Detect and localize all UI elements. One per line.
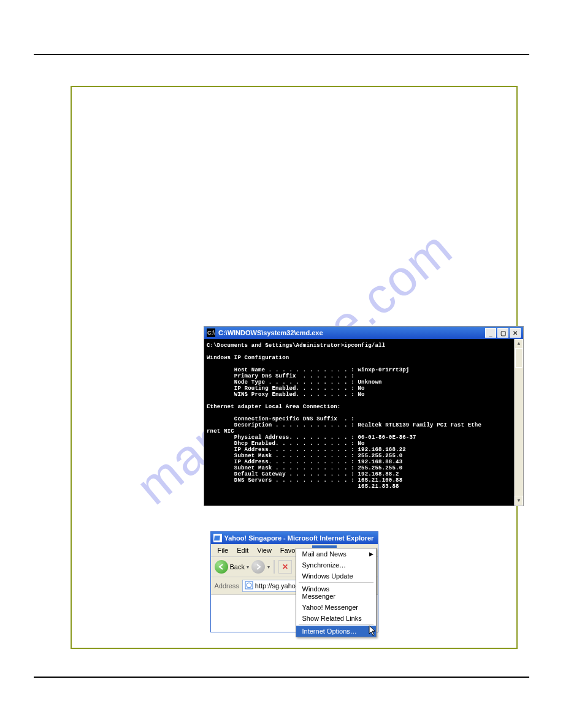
back-dropdown-icon[interactable]: ▾ — [247, 564, 249, 570]
document-page: manualslive.com C:\ C:\WINDOWS\system32\… — [0, 0, 563, 728]
maximize-button[interactable]: ▢ — [497, 328, 508, 338]
minimize-button[interactable]: _ — [485, 328, 496, 338]
forward-dropdown-icon[interactable]: ▾ — [267, 564, 270, 570]
cmd-window: C:\ C:\WINDOWS\system32\cmd.exe _ ▢ ✕ C:… — [204, 326, 524, 506]
forward-button[interactable] — [251, 560, 265, 574]
close-button[interactable]: ✕ — [510, 328, 521, 338]
menu-item-label: Internet Options… — [302, 628, 357, 635]
stop-button[interactable]: ✕ — [278, 560, 292, 574]
ie-app-icon — [213, 534, 222, 542]
tools-dropdown-menu: Mail and News ▶ Synchronize… Windows Upd… — [296, 548, 377, 637]
menu-item-synchronize[interactable]: Synchronize… — [296, 559, 376, 571]
ie-window: Yahoo! Singapore - Microsoft Internet Ex… — [210, 531, 378, 632]
cmd-output: C:\Documents and Settings\Administrator>… — [207, 343, 481, 490]
back-icon — [215, 560, 228, 574]
address-label: Address — [215, 582, 239, 590]
bottom-rule — [34, 677, 529, 678]
top-rule — [34, 54, 529, 55]
submenu-arrow-icon: ▶ — [369, 551, 373, 557]
cmd-system-icon[interactable]: C:\ — [207, 328, 215, 337]
cmd-scrollbar[interactable]: ▲ ▼ — [514, 339, 523, 506]
menu-item-windows-messenger[interactable]: Windows Messenger — [296, 583, 376, 602]
menu-item-mail-and-news[interactable]: Mail and News ▶ — [296, 548, 376, 559]
scroll-thumb[interactable] — [515, 348, 523, 368]
menu-separator — [299, 582, 373, 583]
cursor-icon — [369, 625, 377, 638]
back-label: Back — [230, 563, 245, 571]
cmd-body[interactable]: C:\Documents and Settings\Administrator>… — [204, 339, 523, 506]
page-icon — [245, 581, 253, 591]
menu-edit[interactable]: Edit — [232, 545, 253, 555]
cmd-window-buttons: _ ▢ ✕ — [485, 328, 521, 338]
toolbar-separator — [274, 560, 275, 574]
cmd-icon-glyph: C:\ — [207, 330, 215, 336]
scroll-up-button[interactable]: ▲ — [515, 339, 523, 349]
ie-title-text: Yahoo! Singapore - Microsoft Internet Ex… — [224, 534, 374, 542]
back-button[interactable]: Back ▾ — [215, 560, 249, 574]
menu-item-windows-update[interactable]: Windows Update — [296, 571, 376, 582]
menu-view[interactable]: View — [253, 545, 276, 555]
menu-item-show-related-links[interactable]: Show Related Links — [296, 613, 376, 624]
menu-file[interactable]: File — [213, 545, 233, 555]
menu-item-yahoo-messenger[interactable]: Yahoo! Messenger — [296, 602, 376, 613]
scroll-down-button[interactable]: ▼ — [515, 496, 523, 506]
cmd-titlebar[interactable]: C:\ C:\WINDOWS\system32\cmd.exe _ ▢ ✕ — [204, 327, 523, 339]
content-frame: manualslive.com C:\ C:\WINDOWS\system32\… — [71, 86, 518, 649]
ie-titlebar[interactable]: Yahoo! Singapore - Microsoft Internet Ex… — [211, 532, 378, 544]
cmd-title-text: C:\WINDOWS\system32\cmd.exe — [218, 329, 323, 336]
menu-separator — [299, 624, 373, 625]
menu-item-label: Mail and News — [302, 550, 347, 558]
ie-content-area[interactable]: Mail and News ▶ Synchronize… Windows Upd… — [211, 595, 378, 632]
menu-item-internet-options[interactable]: Internet Options… — [296, 626, 376, 637]
